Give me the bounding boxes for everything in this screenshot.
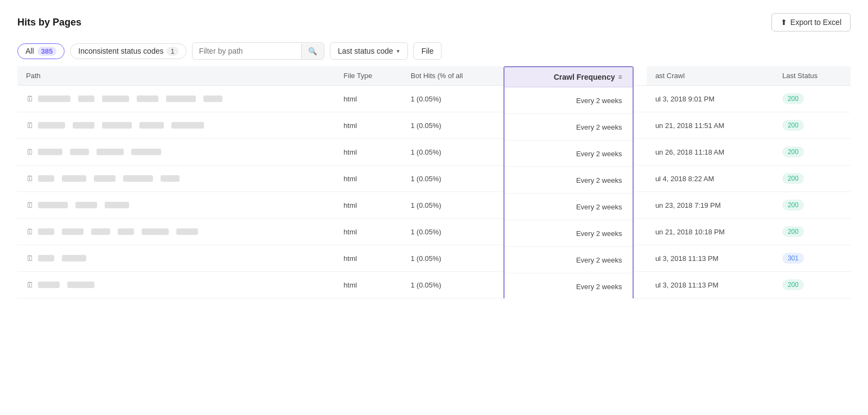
cell-path: 🗓 — [17, 86, 335, 112]
cell-last-crawl: un 21, 2018 10:18 PM — [647, 219, 774, 245]
doc-icon: 🗓 — [26, 94, 34, 103]
doc-icon: 🗓 — [26, 174, 34, 183]
cell-last-status: 200 — [774, 86, 851, 112]
search-icon: 🔍 — [308, 47, 317, 55]
cell-path: 🗓 — [17, 165, 335, 192]
cell-last-crawl: ul 3, 2018 9:01 PM — [647, 86, 774, 112]
status-badge: 200 — [782, 200, 804, 210]
cell-file-type: html — [335, 139, 402, 165]
cell-file-type: html — [335, 165, 402, 192]
search-button[interactable]: 🔍 — [301, 43, 324, 59]
tab-inconsistent-label: Inconsistent status codes — [78, 47, 163, 55]
table-row: 🗓 html 1 (0.05%) Every 2 weeks un 21, 20… — [17, 112, 851, 139]
doc-icon: 🗓 — [26, 201, 34, 209]
cell-last-crawl: un 21, 2018 11:51 AM — [647, 112, 774, 139]
tab-all-badge: 385 — [37, 47, 57, 56]
status-badge: 200 — [782, 173, 804, 184]
col-last-status: Last Status — [774, 66, 851, 86]
last-status-label: Last status code — [338, 47, 393, 55]
col-file-type: File Type — [335, 66, 402, 86]
table-header-row: Path File Type Bot Hits (% of all Crawl … — [17, 66, 851, 86]
cell-bot-hits: 1 (0.05%) — [402, 86, 503, 112]
hits-table: Path File Type Bot Hits (% of all Crawl … — [17, 66, 851, 298]
table-row: 🗓 html 1 (0.05%) Every 2 weeks ul 3, 201… — [17, 272, 851, 298]
export-icon: ⬆ — [781, 18, 787, 27]
doc-icon: 🗓 — [26, 280, 34, 289]
file-type-button[interactable]: File — [413, 42, 442, 60]
tab-all[interactable]: All 385 — [17, 43, 65, 59]
cell-file-type: html — [335, 272, 402, 298]
status-badge: 200 — [782, 226, 804, 237]
doc-icon: 🗓 — [26, 121, 34, 130]
table-row: 🗓 html 1 (0.05%) Every 2 weeks ul 4, 201… — [17, 165, 851, 192]
cell-bot-hits: 1 (0.05%) — [402, 219, 503, 245]
cell-bot-hits: 1 (0.05%) — [402, 245, 503, 272]
col-bot-hits: Bot Hits (% of all — [402, 66, 503, 86]
last-status-dropdown[interactable]: Last status code ▾ — [330, 42, 408, 60]
cell-file-type: html — [335, 112, 402, 139]
table-row: 🗓 html 1 (0.05%) Every 2 weeks un 26, 20… — [17, 139, 851, 165]
cell-bot-hits: 1 (0.05%) — [402, 272, 503, 298]
cell-path: 🗓 — [17, 139, 335, 165]
col-last-crawl: ast Crawl — [647, 66, 774, 86]
status-badge: 301 — [782, 253, 804, 264]
export-label: Export to Excel — [790, 18, 841, 27]
table-wrapper: Path File Type Bot Hits (% of all Crawl … — [17, 66, 851, 298]
cell-path: 🗓 — [17, 245, 335, 272]
search-input[interactable] — [193, 43, 301, 59]
tab-inconsistent[interactable]: Inconsistent status codes 1 — [70, 43, 186, 59]
page-header: Hits by Pages ⬆ Export to Excel — [17, 13, 851, 31]
cell-path: 🗓 — [17, 272, 335, 298]
cell-last-status: 301 — [774, 245, 851, 272]
chevron-down-icon: ▾ — [397, 48, 400, 55]
cell-last-status: 200 — [774, 272, 851, 298]
table-row: 🗓 html 1 (0.05%) Every 2 weeks un 23, 20… — [17, 192, 851, 219]
cell-path: 🗓 — [17, 219, 335, 245]
cell-last-status: 200 — [774, 165, 851, 192]
status-badge: 200 — [782, 279, 804, 290]
col-path: Path — [17, 66, 335, 86]
cell-last-status: 200 — [774, 112, 851, 139]
cell-bot-hits: 1 (0.05%) — [402, 112, 503, 139]
cell-last-status: 200 — [774, 192, 851, 219]
table-row: 🗓 html 1 (0.05%) Every 2 weeks ul 3, 201… — [17, 86, 851, 112]
table-row: 🗓 html 1 (0.05%) Every 2 weeks un 21, 20… — [17, 219, 851, 245]
cell-last-crawl: ul 3, 2018 11:13 PM — [647, 245, 774, 272]
cell-file-type: html — [335, 245, 402, 272]
cell-last-crawl: un 23, 2018 7:19 PM — [647, 192, 774, 219]
toolbar: All 385 Inconsistent status codes 1 🔍 La… — [17, 42, 851, 60]
doc-icon: 🗓 — [26, 148, 34, 156]
search-container: 🔍 — [192, 42, 324, 60]
cell-last-status: 200 — [774, 219, 851, 245]
cell-bot-hits: 1 (0.05%) — [402, 165, 503, 192]
doc-icon: 🗓 — [26, 227, 34, 236]
page-title: Hits by Pages — [17, 17, 81, 28]
doc-icon: 🗓 — [26, 254, 34, 263]
cell-file-type: html — [335, 192, 402, 219]
file-type-label: File — [422, 47, 434, 55]
cell-last-crawl: ul 4, 2018 8:22 AM — [647, 165, 774, 192]
cell-file-type: html — [335, 219, 402, 245]
export-button[interactable]: ⬆ Export to Excel — [771, 13, 851, 31]
status-badge: 200 — [782, 120, 804, 131]
table-row: 🗓 html 1 (0.05%) Every 2 weeks ul 3, 201… — [17, 245, 851, 272]
cell-bot-hits: 1 (0.05%) — [402, 192, 503, 219]
cell-last-crawl: un 26, 2018 11:18 AM — [647, 139, 774, 165]
cell-file-type: html — [335, 86, 402, 112]
cell-last-crawl: ul 3, 2018 11:13 PM — [647, 272, 774, 298]
cell-last-status: 200 — [774, 139, 851, 165]
status-badge: 200 — [782, 146, 804, 157]
cell-path: 🗓 — [17, 112, 335, 139]
cell-path: 🗓 — [17, 192, 335, 219]
tab-inconsistent-badge: 1 — [167, 47, 178, 56]
status-badge: 200 — [782, 93, 804, 104]
cell-bot-hits: 1 (0.05%) — [402, 139, 503, 165]
tab-all-label: All — [25, 47, 34, 55]
